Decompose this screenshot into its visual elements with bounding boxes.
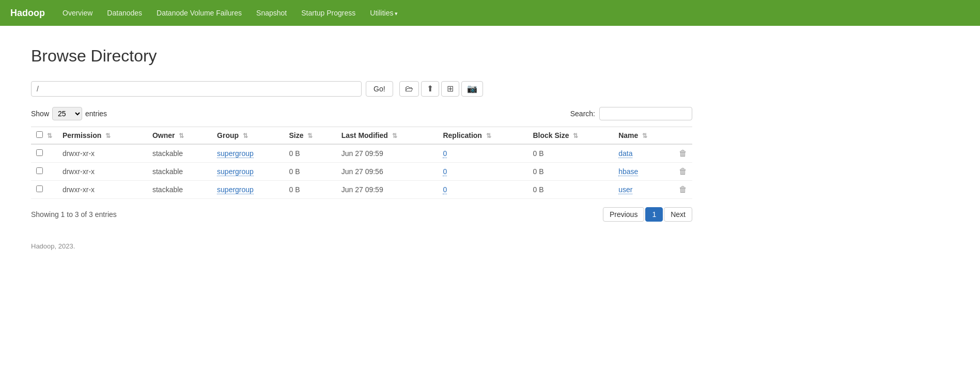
col-header-actions [674,127,692,145]
path-input[interactable] [31,81,362,97]
nav-dropdown-toggle-utilities[interactable]: Utilities [363,0,405,26]
camera-icon: 📷 [467,84,477,93]
row-replication-2: 0 [438,181,527,199]
nav-link-datanodes[interactable]: Datanodes [100,0,149,26]
col-header-block-size[interactable]: Block Size ⇅ [528,127,614,145]
row-replication-link-0[interactable]: 0 [443,149,447,158]
row-name-0: data [613,144,674,163]
row-last-modified-0: Jun 27 09:59 [336,144,438,163]
col-header-replication[interactable]: Replication ⇅ [438,127,527,145]
page-title: Browse Directory [31,46,692,66]
nav-link-overview[interactable]: Overview [55,0,100,26]
row-owner-1: stackable [147,163,212,181]
row-permission-2: drwxr-xr-x [57,181,147,199]
row-group-2: supergroup [212,181,284,199]
upload-icon: ⬆ [427,84,433,93]
go-button[interactable]: Go! [366,81,393,97]
row-last-modified-2: Jun 27 09:59 [336,181,438,199]
row-block-size-0: 0 B [528,144,614,163]
row-name-1: hbase [613,163,674,181]
table-body: drwxr-xr-x stackable supergroup 0 B Jun … [31,144,692,199]
row-delete-cell-1: 🗑 [674,163,692,181]
col-header-name[interactable]: Name ⇅ [613,127,674,145]
table-row: drwxr-xr-x stackable supergroup 0 B Jun … [31,181,692,199]
nav-link-snapshot[interactable]: Snapshot [249,0,294,26]
row-size-0: 0 B [284,144,336,163]
folder-icon-button[interactable]: 🗁 [399,81,419,97]
footer-text: Hadoop, 2023. [31,242,75,250]
toolbar-icons: 🗁 ⬆ ⊞ 📷 [399,81,483,97]
col-header-size[interactable]: Size ⇅ [284,127,336,145]
row-permission-1: drwxr-xr-x [57,163,147,181]
row-delete-cell-2: 🗑 [674,181,692,199]
select-all-header: ⇅ [31,127,57,145]
sort-icon-name: ⇅ [642,132,647,139]
row-block-size-1: 0 B [528,163,614,181]
pagination-buttons: Previous 1 Next [603,207,692,222]
row-name-link-0[interactable]: data [618,149,632,158]
select-all-checkbox[interactable] [36,131,43,138]
row-size-2: 0 B [284,181,336,199]
camera-icon-button[interactable]: 📷 [461,81,483,97]
row-permission-0: drwxr-xr-x [57,144,147,163]
search-row: Search: [570,107,692,120]
table-row: drwxr-xr-x stackable supergroup 0 B Jun … [31,163,692,181]
search-label: Search: [570,110,595,118]
row-checkbox-cell-1 [31,163,57,181]
row-owner-2: stackable [147,181,212,199]
row-last-modified-1: Jun 27 09:56 [336,163,438,181]
previous-button[interactable]: Previous [603,207,644,222]
row-delete-icon-1[interactable]: 🗑 [679,167,687,176]
row-replication-link-1[interactable]: 0 [443,167,447,176]
path-row: Go! 🗁 ⬆ ⊞ 📷 [31,81,692,97]
table-header: ⇅ Permission ⇅ Owner ⇅ Group ⇅ Size ⇅ [31,127,692,145]
entries-suffix: entries [85,110,107,118]
row-delete-icon-2[interactable]: 🗑 [679,185,687,194]
upload-icon-button[interactable]: ⬆ [421,81,439,97]
row-checkbox-cell-0 [31,144,57,163]
header-row: ⇅ Permission ⇅ Owner ⇅ Group ⇅ Size ⇅ [31,127,692,145]
nav-dropdown-utilities[interactable]: Utilities [363,0,405,26]
sort-icon-last-modified: ⇅ [392,132,397,139]
col-header-group[interactable]: Group ⇅ [212,127,284,145]
entries-select[interactable]: 10 25 50 100 [52,107,82,120]
search-input[interactable] [599,107,692,120]
nav-link-datanode-volume-failures[interactable]: Datanode Volume Failures [149,0,249,26]
table-icon: ⊞ [447,84,454,93]
navbar-brand[interactable]: Hadoop [10,8,45,19]
row-name-link-2[interactable]: user [618,185,632,194]
table-row: drwxr-xr-x stackable supergroup 0 B Jun … [31,144,692,163]
row-checkbox-1[interactable] [36,167,43,174]
sort-icon-block-size: ⇅ [573,132,578,139]
row-size-1: 0 B [284,163,336,181]
show-label: Show [31,110,49,118]
controls-row: Show 10 25 50 100 entries Search: [31,107,692,120]
col-header-owner[interactable]: Owner ⇅ [147,127,212,145]
sort-icon-owner: ⇅ [179,132,184,139]
col-header-permission[interactable]: Permission ⇅ [57,127,147,145]
row-owner-0: stackable [147,144,212,163]
col-header-last-modified[interactable]: Last Modified ⇅ [336,127,438,145]
row-replication-link-2[interactable]: 0 [443,185,447,194]
row-name-2: user [613,181,674,199]
table-icon-button[interactable]: ⊞ [441,81,459,97]
row-group-link-0[interactable]: supergroup [217,149,254,158]
show-entries: Show 10 25 50 100 entries [31,107,107,120]
main-content: Browse Directory Go! 🗁 ⬆ ⊞ 📷 Show 10 25 [0,26,723,271]
page-1-button[interactable]: 1 [645,207,663,222]
row-group-link-2[interactable]: supergroup [217,185,254,194]
sort-icon-replication: ⇅ [486,132,491,139]
row-checkbox-2[interactable] [36,185,43,192]
row-group-link-1[interactable]: supergroup [217,167,254,176]
footer: Hadoop, 2023. [31,242,692,250]
row-name-link-1[interactable]: hbase [618,167,638,176]
nav-link-startup-progress[interactable]: Startup Progress [294,0,363,26]
next-button[interactable]: Next [664,207,692,222]
row-replication-0: 0 [438,144,527,163]
row-delete-icon-0[interactable]: 🗑 [679,149,687,158]
sort-icon-size: ⇅ [307,132,313,139]
row-group-1: supergroup [212,163,284,181]
navbar: Hadoop Overview Datanodes Datanode Volum… [0,0,980,26]
row-checkbox-0[interactable] [36,149,43,156]
folder-icon: 🗁 [405,84,413,93]
